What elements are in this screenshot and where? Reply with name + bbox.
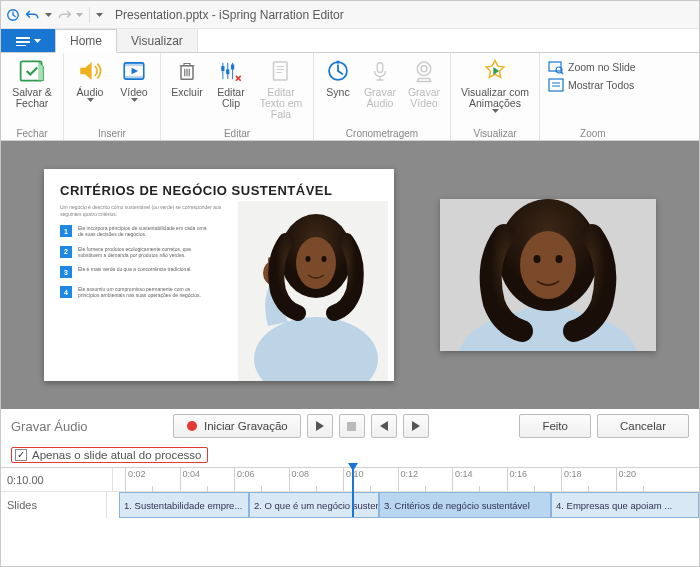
svg-rect-51 — [347, 422, 356, 431]
svg-marker-13 — [132, 68, 139, 75]
edit-speech-text-button: Editar Texto em Fala — [255, 55, 307, 120]
play-button[interactable] — [307, 414, 333, 438]
only-current-label: Apenas o slide atual do processo — [32, 449, 201, 461]
svg-rect-4 — [16, 37, 30, 39]
checkbox-icon — [15, 449, 27, 461]
svg-marker-53 — [412, 421, 420, 431]
next-icon — [411, 421, 421, 431]
play-icon — [315, 421, 325, 431]
tick: 0:14 — [452, 468, 473, 491]
slide-clip[interactable]: 1. Sustentabilidade empre... — [119, 492, 249, 518]
svg-rect-18 — [231, 65, 234, 70]
svg-point-24 — [421, 66, 427, 72]
zoom-slide-button[interactable]: Zoom no Slide — [548, 59, 636, 75]
slide-title: CRITÉRIOS DE NEGÓCIO SUSTENTÁVEL — [60, 183, 378, 198]
svg-marker-3 — [96, 13, 103, 17]
slide-item-4: Ele assumiu um compromisso permanente co… — [78, 286, 208, 299]
record-video-button: Gravar Vídeo — [404, 55, 444, 109]
zoom-slide-icon — [548, 59, 564, 75]
preview-animations-button[interactable]: Visualizar com Animações — [457, 55, 533, 113]
tick: 0:02 — [125, 468, 146, 491]
camera-preview[interactable] — [440, 199, 656, 351]
qat-dropdown-icon[interactable] — [96, 13, 103, 17]
time-ruler[interactable]: 0:020:040:060:080:100:120:140:160:180:20 — [113, 468, 699, 491]
show-all-button[interactable]: Mostrar Todos — [548, 77, 636, 93]
show-all-icon — [548, 77, 564, 93]
slides-track[interactable]: 1. Sustentabilidade empre...2. O que é u… — [107, 492, 699, 518]
svg-marker-2 — [76, 13, 83, 17]
webcam-icon — [410, 57, 438, 85]
svg-marker-52 — [380, 421, 388, 431]
sync-button[interactable]: Sync — [320, 55, 356, 98]
cancel-button[interactable]: Cancelar — [597, 414, 689, 438]
tick: 0:20 — [616, 468, 637, 491]
svg-rect-5 — [16, 41, 30, 43]
edit-clip-icon — [217, 57, 245, 85]
svg-rect-22 — [377, 63, 383, 73]
record-dot-icon — [186, 420, 198, 432]
delete-button[interactable]: Excluir — [167, 55, 207, 98]
group-inserir: Inserir — [98, 126, 126, 140]
preview-stage: CRITÉRIOS DE NEGÓCIO SUSTENTÁVEL Um negó… — [1, 141, 699, 409]
svg-rect-29 — [549, 79, 563, 91]
svg-rect-19 — [274, 62, 288, 80]
undo-icon[interactable] — [25, 7, 41, 23]
playhead[interactable] — [352, 467, 354, 517]
save-close-button[interactable]: Salvar & Fechar — [7, 55, 57, 109]
tick: 0:08 — [289, 468, 310, 491]
next-button[interactable] — [403, 414, 429, 438]
tick: 0:06 — [234, 468, 255, 491]
presenter-image — [238, 201, 388, 381]
svg-point-39 — [296, 237, 336, 289]
group-fechar: Fechar — [16, 126, 47, 140]
slide-clip[interactable]: 4. Empresas que apoiam ... — [551, 492, 699, 518]
file-tab[interactable] — [1, 29, 55, 52]
svg-rect-32 — [286, 319, 346, 369]
slide-preview[interactable]: CRITÉRIOS DE NEGÓCIO SUSTENTÁVEL Um negó… — [44, 169, 394, 381]
svg-point-46 — [520, 231, 576, 299]
group-editar: Editar — [224, 126, 250, 140]
slide-item-1: Ele incorpora princípios de sustentabili… — [78, 225, 208, 238]
edit-text-icon — [267, 57, 295, 85]
svg-rect-17 — [226, 69, 229, 74]
svg-marker-14 — [131, 98, 138, 102]
slide-clip[interactable]: 2. O que é um negócio sustentável — [249, 492, 379, 518]
svg-point-21 — [336, 60, 339, 63]
tick: 0:12 — [398, 468, 419, 491]
tab-home[interactable]: Home — [55, 29, 117, 53]
slide-item-2: Ele fornece produtos ecologicamente corr… — [78, 246, 208, 259]
svg-marker-1 — [45, 13, 52, 17]
window-title: Presentation.pptx - iSpring Narration Ed… — [115, 8, 344, 22]
clock-icon — [5, 7, 21, 23]
svg-point-47 — [534, 255, 541, 263]
prev-button[interactable] — [371, 414, 397, 438]
audio-icon — [76, 57, 104, 85]
only-current-slide-checkbox[interactable]: Apenas o slide atual do processo — [11, 447, 208, 463]
done-button[interactable]: Feito — [519, 414, 591, 438]
svg-point-23 — [417, 62, 431, 76]
slide-clip[interactable]: 3. Critérios de negócio sustentável — [379, 492, 551, 518]
stop-icon — [347, 422, 356, 431]
record-audio-button: Gravar Áudio — [360, 55, 400, 109]
start-recording-button[interactable]: Iniciar Gravação — [173, 414, 301, 438]
stop-button[interactable] — [339, 414, 365, 438]
video-button[interactable]: Vídeo — [114, 55, 154, 102]
svg-rect-12 — [124, 76, 144, 79]
trash-icon — [173, 57, 201, 85]
redo-dropdown-icon[interactable] — [76, 13, 83, 17]
svg-marker-26 — [492, 109, 499, 113]
slide-subtitle: Um negócio é descrito como sustentável (… — [60, 204, 230, 217]
svg-rect-6 — [16, 45, 26, 46]
slide-item-3: Ele é mais verde do que a concorrência t… — [78, 266, 192, 272]
tab-visualizar[interactable]: Visualizar — [117, 29, 198, 52]
prev-icon — [379, 421, 389, 431]
record-section-label: Gravar Áudio — [11, 419, 167, 434]
save-close-icon — [18, 57, 46, 85]
audio-button[interactable]: Áudio — [70, 55, 110, 102]
redo-icon[interactable] — [56, 7, 72, 23]
edit-clip-button[interactable]: Editar Clip — [211, 55, 251, 109]
svg-marker-9 — [87, 98, 94, 102]
undo-dropdown-icon[interactable] — [45, 13, 52, 17]
svg-marker-7 — [34, 39, 41, 43]
svg-point-41 — [322, 256, 327, 262]
